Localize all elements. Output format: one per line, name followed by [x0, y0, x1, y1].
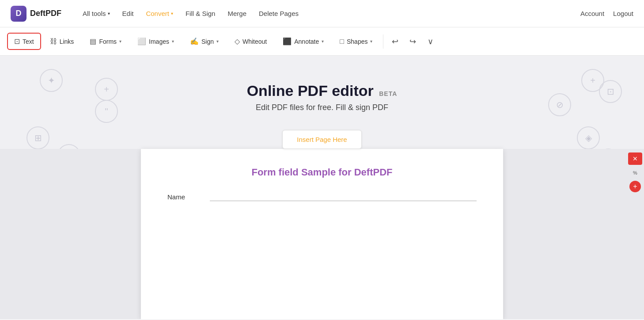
editor-toolbar: ⊡ Text ⛓ Links ▤ Forms ▾ ⬜ Images ▾ ✍ Si… — [0, 27, 644, 56]
delete-page-button[interactable]: ✕ — [628, 152, 642, 165]
pdf-form-title: Form field Sample for DeftPDF — [167, 167, 477, 178]
logout-link[interactable]: Logout — [613, 10, 633, 17]
pdf-name-field-row: Name — [167, 192, 477, 201]
images-icon: ⬜ — [137, 37, 146, 46]
zoom-percent-button[interactable]: % — [628, 167, 642, 179]
nav-links: All tools ▾ Edit Convert ▾ Fill & Sign M… — [83, 10, 566, 17]
page-main-title: Online PDF editor — [247, 82, 374, 99]
page-title-area: Online PDF editor BETA Edit PDF files fo… — [247, 82, 398, 112]
bg-icon-puzzle: ✦ — [40, 69, 63, 92]
toolbar-shapes-button[interactable]: □ Shapes ▾ — [333, 33, 379, 50]
shapes-icon: □ — [340, 38, 344, 46]
toolbar-whiteout-button[interactable]: ◇ Whiteout — [227, 33, 274, 50]
chevron-down-icon: ▾ — [322, 39, 324, 44]
nav-delete-pages[interactable]: Delete Pages — [259, 10, 299, 17]
account-link[interactable]: Account — [580, 10, 604, 17]
logo-icon: D — [11, 6, 27, 22]
bg-icon-tl: ⊡ — [599, 80, 622, 103]
insert-page-button[interactable]: Insert Page Here — [282, 130, 361, 149]
more-options-button[interactable]: ∨ — [422, 34, 438, 50]
chevron-down-icon: ▾ — [119, 39, 121, 44]
bg-icon-grid: ⊞ — [27, 126, 49, 149]
whiteout-icon: ◇ — [235, 37, 240, 46]
bg-icon-pin: ◈ — [577, 126, 600, 149]
right-controls: ✕ % + — [626, 149, 644, 319]
pdf-name-line — [210, 192, 477, 201]
toolbar-sign-button[interactable]: ✍ Sign ▾ — [183, 33, 226, 50]
insert-page-wrapper: Insert Page Here — [282, 130, 361, 149]
page-subtitle: Edit PDF files for free. Fill & sign PDF — [247, 103, 398, 112]
toolbar-annotate-button[interactable]: ⬛ Annotate ▾ — [276, 33, 331, 50]
toolbar-forms-button[interactable]: ▤ Forms ▾ — [83, 33, 129, 50]
toolbar-separator — [383, 34, 383, 49]
top-navigation: D DeftPDF All tools ▾ Edit Convert ▾ Fil… — [0, 0, 644, 27]
chevron-down-icon: ▾ — [108, 11, 110, 16]
nav-all-tools[interactable]: All tools ▾ — [83, 10, 110, 17]
chevron-down-icon: ▾ — [370, 39, 372, 44]
logo[interactable]: D DeftPDF — [11, 6, 61, 22]
sign-icon: ✍ — [190, 37, 199, 46]
zoom-in-button[interactable]: + — [629, 181, 641, 192]
toolbar-images-button[interactable]: ⬜ Images ▾ — [130, 33, 181, 50]
pdf-page: Form field Sample for DeftPDF Name — [141, 149, 503, 319]
bg-icon-quote: " — [95, 100, 118, 123]
chevron-down-icon: ▾ — [172, 39, 174, 44]
pdf-name-label: Name — [167, 193, 203, 201]
toolbar-text-button[interactable]: ⊡ Text — [7, 33, 41, 50]
bg-icon-plus: + — [95, 78, 118, 101]
nav-edit[interactable]: Edit — [122, 10, 134, 17]
nav-fill-sign[interactable]: Fill & Sign — [186, 10, 216, 17]
nav-convert[interactable]: Convert ▾ — [146, 10, 173, 17]
brand-name: DeftPDF — [30, 9, 61, 18]
redo-button[interactable]: ↪ — [405, 34, 420, 50]
forms-icon: ▤ — [90, 37, 96, 46]
chevron-down-icon: ▾ — [216, 39, 219, 44]
page-background: ✦ + " ⊞ ≡ — + ⊘ ◈ ⊡ ⊞ → Online PDF edito… — [0, 56, 644, 149]
text-tool-icon: ⊡ — [14, 37, 20, 46]
undo-button[interactable]: ↩ — [387, 34, 403, 50]
bg-icon-stripes: ⊘ — [548, 93, 571, 116]
toolbar-links-button[interactable]: ⛓ Links — [43, 33, 81, 50]
pdf-page-wrapper: Form field Sample for DeftPDF Name ✕ % + — [0, 149, 644, 319]
annotate-icon: ⬛ — [283, 37, 292, 46]
bg-icon-add: + — [581, 69, 604, 92]
beta-badge: BETA — [379, 90, 397, 97]
nav-right: Account Logout — [580, 10, 633, 17]
nav-merge[interactable]: Merge — [227, 10, 246, 17]
link-icon: ⛓ — [50, 38, 57, 46]
main-content: ✦ + " ⊞ ≡ — + ⊘ ◈ ⊡ ⊞ → Online PDF edito… — [0, 56, 644, 319]
chevron-down-icon: ▾ — [171, 11, 173, 16]
